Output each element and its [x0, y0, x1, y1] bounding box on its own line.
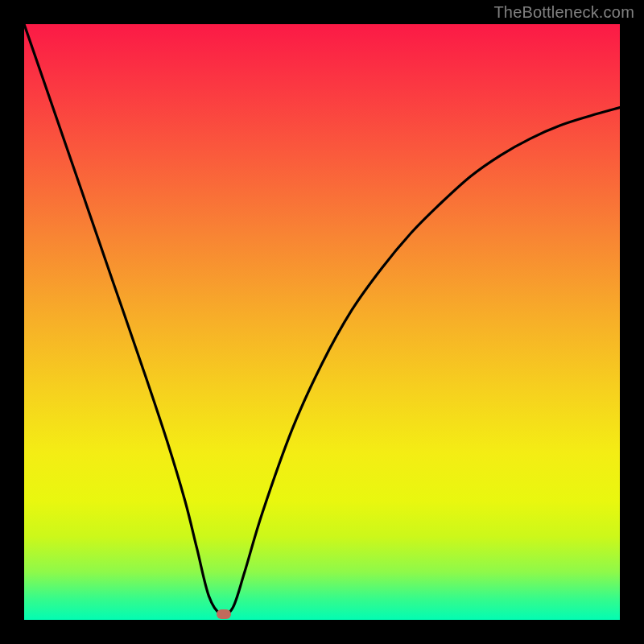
chart-frame: TheBottleneck.com	[0, 0, 644, 644]
optimum-marker	[217, 609, 231, 619]
plot-area	[24, 24, 620, 620]
watermark-text: TheBottleneck.com	[493, 3, 634, 22]
svg-rect-0	[24, 24, 620, 620]
background-gradient	[24, 24, 620, 620]
